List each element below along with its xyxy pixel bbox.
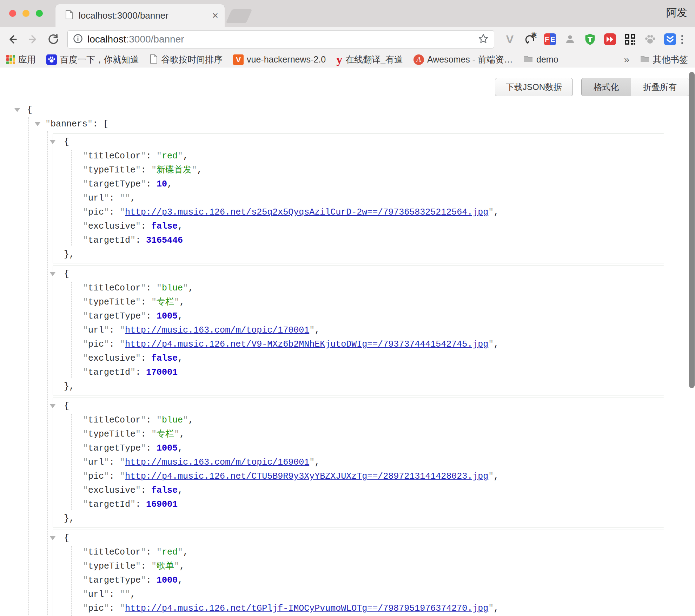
person-extension-icon[interactable] [563,33,576,46]
collapse-triangle-icon[interactable] [50,272,55,276]
json-token: 新碟首发 [157,165,192,175]
json-property-line: "pic": "http://p4.music.126.net/V9-MXz6b… [53,338,664,352]
json-link[interactable]: http://music.163.com/m/topic/169001 [125,457,309,467]
youdao-icon: y [336,53,342,66]
json-token: " [135,165,141,175]
back-button[interactable] [6,33,19,46]
json-property-line: "targetId": 3165446 [53,234,664,248]
bookmark-google-sort[interactable]: 谷歌按时间排序 [150,54,223,65]
fe-extension-icon[interactable]: FE [543,33,556,46]
format-button[interactable]: 格式化 [582,78,631,96]
bookmark-baidu[interactable]: 百度一下，你就知道 [46,54,139,65]
json-token: , [494,471,499,481]
json-token: 1000 [157,575,178,585]
collapse-triangle-icon[interactable] [35,122,40,126]
json-property-line: "exclusive": false, [53,219,664,234]
json-token: targetId [88,235,130,245]
json-token: " [83,353,88,363]
bookmark-awesomes[interactable]: A Awesomes - 前端资… [413,54,513,65]
vue-icon: V [233,54,244,65]
json-token: , [178,485,183,496]
json-token: " [120,471,125,481]
json-token: red [162,151,178,161]
json-link[interactable]: http://p4.music.126.net/CTU5B9R9y3XyYBZX… [125,471,488,481]
bookmark-youdao[interactable]: y 在线翻译_有道 [336,53,403,66]
paw-extension-icon[interactable] [643,33,656,46]
other-bookmarks-folder[interactable]: 其他书签 [640,54,688,65]
qr-code-extension-icon[interactable] [623,33,636,46]
json-token: : [141,485,151,496]
window-zoom-button[interactable] [36,10,43,17]
json-token: , [494,207,499,217]
url-text: localhost:3000/banner [87,34,478,45]
fast-forward-extension-icon[interactable] [603,33,616,46]
json-token: : [109,603,120,614]
json-property-line: "url": "http://music.163.com/m/topic/170… [53,323,664,338]
json-token: " [141,443,146,453]
collapse-triangle-icon[interactable] [50,536,55,540]
vimium-extension-icon[interactable]: V [503,33,516,46]
json-token: , [188,415,193,425]
json-property-line: "targetId": 169001 [53,498,664,512]
json-token: 169001 [146,499,178,510]
json-token: " [178,151,183,161]
browser-tab[interactable]: localhost:3000/banner × [55,4,225,27]
reload-button[interactable] [47,33,60,46]
shield-extension-icon[interactable] [583,33,596,46]
json-property-line: "exclusive": false, [53,484,664,498]
scrollbar-thumb[interactable] [689,72,695,388]
bookmarks-overflow-chevron[interactable]: » [624,54,629,65]
json-property-line: "pic": "http://p3.music.126.net/s25q2x5Q… [53,205,664,219]
json-token: " [83,367,88,378]
json-token: typeTitle [88,297,135,307]
forward-button[interactable] [27,33,39,46]
bookmark-vue-hackernews[interactable]: V vue-hackernews-2.0 [233,54,326,65]
json-token: " [157,547,162,557]
json-link[interactable]: http://p3.music.126.net/s25q2x5QyqsAzilC… [125,207,488,217]
collapse-triangle-icon[interactable] [50,140,55,144]
json-property-line: "pic": "http://p4.music.126.net/CTU5B9R9… [53,470,664,484]
window-minimize-button[interactable] [22,10,29,17]
download-json-button[interactable]: 下载JSON数据 [495,78,573,96]
json-link[interactable]: http://p4.music.126.net/tGPljf-IMOCyPvum… [125,603,488,614]
json-token: " [192,165,197,175]
bookmark-apps[interactable]: 应用 [6,54,36,65]
baidu-paw-icon [46,54,57,65]
browser-menu-icon[interactable] [681,35,683,44]
window-close-button[interactable] [9,10,16,17]
json-property-line: "url": "", [53,588,664,602]
json-token: titleColor [88,151,141,161]
json-token: : [109,589,120,599]
json-token: " [83,325,88,335]
json-token: : [135,235,146,245]
collapse-all-button[interactable]: 折叠所有 [631,78,689,96]
json-token: : [109,339,120,349]
translate-extension-icon[interactable]: 英 [523,33,536,46]
json-token: , [179,297,185,307]
json-token: : [146,311,157,321]
bookmark-star-icon[interactable] [478,33,489,46]
json-token: " [135,297,141,307]
json-token: " [130,367,135,378]
json-link[interactable]: http://p4.music.126.net/V9-MXz6b2MNhEKju… [125,339,488,349]
collapse-triangle-icon[interactable] [50,404,55,408]
profile-name[interactable]: 阿发 [666,6,687,20]
json-token: " [151,561,157,571]
json-token: " [309,457,315,467]
tab-close-icon[interactable]: × [212,10,218,21]
new-tab-button[interactable] [226,9,252,23]
collapse-triangle-icon[interactable] [14,108,20,112]
json-token: false [151,485,178,496]
json-property-line: "targetType": 1005, [53,309,664,323]
bookmark-folder-demo[interactable]: demo [523,54,558,65]
json-token: { [64,269,69,279]
page-info-icon[interactable] [73,33,83,45]
json-token: pic [88,339,104,349]
json-token: " [135,353,141,363]
json-token: targetType [88,575,141,585]
download-manager-extension-icon[interactable] [663,33,676,46]
json-token: : [141,165,151,175]
address-bar[interactable]: localhost:3000/banner [67,30,494,48]
json-link[interactable]: http://music.163.com/m/topic/170001 [125,325,309,335]
json-token: blue [162,283,183,293]
